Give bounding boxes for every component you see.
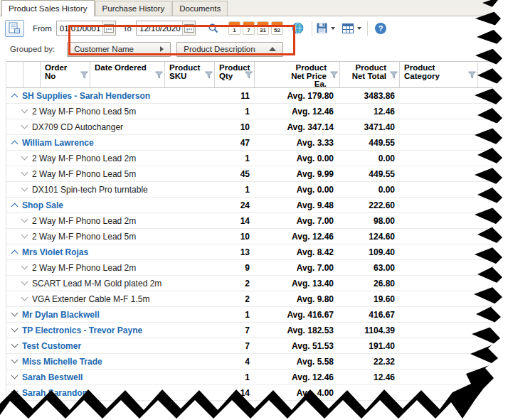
product-item-row[interactable]: DX101 Spin-tech Pro turntable1Avg. 0.000…: [6, 182, 508, 198]
to-date-input[interactable]: [137, 24, 182, 33]
avg-price-cell: Avg. 347.14: [254, 122, 339, 132]
expand-detail-icon[interactable]: [21, 294, 28, 301]
qty-cell: 9: [214, 263, 254, 273]
calendar-icon: [104, 23, 114, 33]
product-item-row[interactable]: 2 Way M-F Phono Lead 2m9Avg. 7.0063.00: [6, 260, 508, 276]
net-total-cell: 0.00: [339, 154, 399, 163]
search-button[interactable]: [206, 20, 221, 37]
product-item-row[interactable]: VGA Extender Cable M-F 1.5m2Avg. 9.8019.…: [6, 291, 508, 307]
product-item-row[interactable]: DX709 CD Autochanger10Avg. 347.143471.40: [6, 119, 508, 135]
customer-group-row[interactable]: Miss Michelle Trade4Avg. 5.5822.32: [6, 354, 508, 370]
order-no-filter-icon[interactable]: [80, 71, 88, 79]
column-header-product-category[interactable]: ProductCategory: [400, 62, 478, 87]
column-header-product-sku[interactable]: ProductSKU: [165, 62, 215, 87]
avg-price-cell: Avg. 9.99: [254, 169, 339, 179]
column-header-order-no[interactable]: OrderNo: [41, 62, 90, 87]
to-date-field: [136, 21, 196, 36]
expand-detail-icon[interactable]: [21, 107, 28, 114]
expand-detail-icon[interactable]: [21, 169, 28, 176]
product-item-row[interactable]: SCART Lead M-M Gold plated 2m2Avg. 13.40…: [6, 276, 508, 291]
expand-detail-icon[interactable]: [21, 216, 28, 223]
name-cell: Sarah Sarandon: [6, 388, 214, 398]
collapse-group-icon[interactable]: [11, 203, 18, 210]
name-cell: 2 Way M-F Phono Lead 2m: [6, 216, 214, 226]
collapse-group-icon[interactable]: [11, 141, 18, 148]
column-header-product-net-total[interactable]: ProductNet Total: [340, 62, 400, 87]
product-category-filter-icon[interactable]: [468, 71, 476, 79]
customer-group-row[interactable]: William Lawrence47Avg. 3.33449.55: [6, 135, 508, 151]
net-total-cell: 191.40: [339, 341, 399, 351]
product-net-total-filter-icon[interactable]: [390, 71, 398, 79]
product-name: SCART Lead M-M Gold plated 2m: [32, 279, 162, 289]
period-week-button[interactable]: 7: [243, 21, 255, 35]
tab-product-sales-history[interactable]: Product Sales History: [1, 0, 95, 16]
product-item-row[interactable]: 2 Way M-F Phono Lead 5m45Avg. 9.99449.55: [6, 166, 508, 182]
avg-price-cell: Avg. 9.80: [254, 294, 339, 304]
expand-group-icon[interactable]: [11, 357, 18, 364]
expand-group-icon[interactable]: [11, 372, 18, 379]
tab-documents[interactable]: Documents: [172, 1, 228, 16]
expand-detail-icon[interactable]: [21, 185, 28, 192]
expand-detail-icon[interactable]: [21, 232, 28, 239]
expand-group-icon[interactable]: [11, 325, 18, 333]
expand-detail-icon[interactable]: [21, 154, 28, 161]
customer-group-row[interactable]: Mr Dylan Blackwell1Avg. 416.67416.67: [6, 307, 508, 323]
customer-group-row[interactable]: TP Electronics - Trevor Payne7Avg. 182.5…: [6, 323, 508, 338]
globe-button[interactable]: [290, 20, 305, 37]
column-header-product-qty[interactable]: ProductQty: [215, 62, 255, 87]
customer-group-row[interactable]: Mrs Violet Rojas13Avg. 8.42109.40: [6, 244, 508, 260]
product-item-row[interactable]: 2 Way M-F Phono Lead 2m14Avg. 7.0098.00: [6, 213, 508, 229]
net-total-cell: 22.32: [339, 357, 399, 367]
net-total-cell: 1104.39: [339, 325, 399, 335]
expand-group-icon[interactable]: [11, 341, 18, 348]
avg-price-cell: Avg. 9.48: [254, 200, 339, 210]
product-item-row[interactable]: 2 Way M-F Phono Lead 5m1Avg. 12.4612.46: [6, 104, 508, 119]
date-ordered-filter-icon[interactable]: [155, 71, 163, 79]
tab-purchase-history[interactable]: Purchase History: [95, 1, 172, 16]
column-header-label: Date Ordered: [95, 64, 162, 72]
save-button[interactable]: [317, 20, 335, 37]
report-button[interactable]: [5, 20, 24, 37]
product-item-row[interactable]: 2 Way M-F Phono Lead 5m10Avg. 12.46124.6…: [6, 229, 508, 244]
period-day-button[interactable]: 1: [228, 21, 240, 35]
product-qty-filter-icon[interactable]: [245, 71, 253, 79]
column-header-product-net-price[interactable]: ProductNet PriceEa.: [255, 62, 340, 87]
date-range-presets: 1 7 31 52: [228, 21, 283, 35]
customer-name: TP Electronics - Trevor Payne: [22, 325, 142, 335]
collapse-group-icon[interactable]: [11, 250, 18, 257]
name-cell: 2 Way M-F Phono Lead 5m: [6, 232, 214, 242]
from-date-picker-button[interactable]: [102, 21, 115, 35]
name-cell: Sarah Bestwell: [6, 372, 214, 382]
customer-name: Miss Michelle Trade: [22, 357, 102, 367]
net-total-cell: 3483.86: [339, 91, 399, 101]
grid-layout-button[interactable]: [342, 20, 361, 37]
expand-group-icon[interactable]: [11, 388, 18, 395]
expand-detail-icon[interactable]: [21, 263, 28, 270]
customer-group-row[interactable]: Test Customer7Avg. 51.53191.40: [6, 338, 508, 354]
customer-group-row[interactable]: SH Supplies - Sarah Henderson11Avg. 179.…: [6, 88, 508, 104]
customer-group-row[interactable]: Shop Sale24Avg. 9.48222.60: [6, 198, 508, 213]
expand-group-icon[interactable]: [11, 310, 18, 317]
period-year-button[interactable]: 52: [271, 21, 283, 35]
customer-group-row[interactable]: Sarah Bestwell1Avg. 12.4612.46: [6, 370, 508, 385]
expand-detail-icon[interactable]: [21, 279, 28, 286]
period-month-button[interactable]: 31: [257, 21, 269, 35]
chevron-down-icon: [357, 27, 361, 30]
toolbar-separator: [367, 21, 368, 36]
product-item-row[interactable]: 2 Way M-F Phono Lead 2m1Avg. 0.000.00: [6, 151, 508, 166]
group-chip-label: Customer Name: [74, 45, 134, 53]
collapse-group-icon[interactable]: [11, 94, 18, 101]
help-button[interactable]: ?: [373, 20, 388, 37]
from-date-input[interactable]: [57, 24, 102, 33]
product-sku-filter-icon[interactable]: [205, 71, 213, 79]
customer-group-row[interactable]: Sarah Sarandon14Avg. 4.00: [6, 385, 508, 401]
column-header-date-ordered[interactable]: Date Ordered: [90, 62, 165, 87]
expand-detail-icon[interactable]: [21, 122, 28, 129]
product-net-price-filter-icon[interactable]: [330, 71, 338, 79]
product-name: 2 Way M-F Phono Lead 2m: [32, 216, 136, 226]
group-chip-customer-name[interactable]: Customer Name: [67, 42, 171, 57]
to-date-picker-button[interactable]: [182, 21, 195, 35]
group-chip-product-description[interactable]: Product Description: [176, 42, 283, 57]
net-total-cell: 416.67: [339, 310, 399, 320]
sort-ascending-icon: [269, 47, 276, 51]
